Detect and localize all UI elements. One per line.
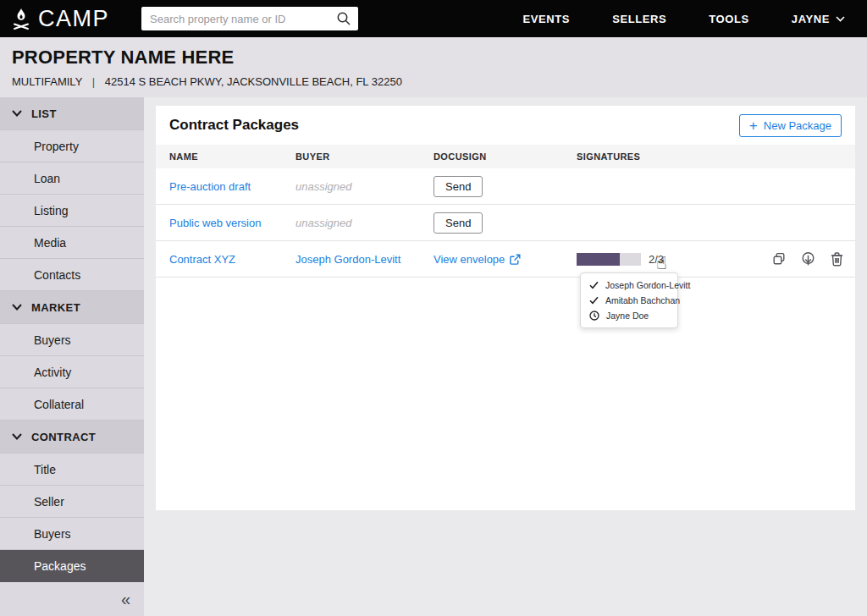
panel-header: Contract Packages + New Package	[156, 106, 855, 145]
sidebar-item-loan[interactable]: Loan	[0, 162, 144, 195]
signer-name: Joseph Gordon-Levitt	[605, 280, 690, 290]
copy-icon[interactable]	[771, 251, 787, 267]
contract-packages-panel: Contract Packages + New Package NAME BUY…	[156, 106, 855, 510]
sidebar-section-list[interactable]: LIST	[0, 97, 144, 130]
section-label: LIST	[31, 107, 57, 120]
external-link-icon	[510, 254, 521, 265]
sidebar-footer: «	[0, 582, 144, 616]
signer-row: Jayne Doe	[581, 308, 677, 323]
search-input[interactable]	[150, 13, 336, 25]
collapse-sidebar-icon[interactable]: «	[121, 591, 130, 608]
property-title: PROPERTY NAME HERE	[12, 47, 855, 69]
check-icon	[589, 296, 599, 305]
clock-icon	[589, 311, 599, 321]
chevron-down-icon	[12, 433, 22, 440]
pointer-cursor-icon: ☝	[656, 255, 667, 272]
column-header-signatures: SIGNATURES	[577, 151, 745, 162]
buyer-unassigned: unassigned	[295, 180, 352, 193]
nav-sellers[interactable]: SELLERS	[612, 13, 666, 25]
column-header-name: NAME	[156, 151, 295, 162]
sidebar: LIST Property Loan Listing Media Contact…	[0, 97, 144, 616]
sidebar-item-media[interactable]: Media	[0, 227, 144, 259]
property-subtitle: MULTIFAMILY | 42514 S BEACH PKWY, JACKSO…	[12, 75, 855, 88]
search-box	[141, 7, 358, 30]
signers-popover: Joseph Gordon-Levitt Amitabh Bachchan	[580, 272, 678, 328]
logo[interactable]: CAMP	[12, 6, 109, 32]
property-address: 42514 S BEACH PKWY, JACKSONVILLE BEACH, …	[105, 75, 402, 88]
signer-row: Amitabh Bachchan	[581, 293, 677, 308]
package-link[interactable]: Public web version	[169, 217, 261, 229]
signer-name: Jayne Doe	[606, 311, 649, 321]
table-row: Public web version unassigned Send	[156, 205, 855, 241]
sidebar-item-buyers-contract[interactable]: Buyers	[0, 518, 144, 550]
campfire-icon	[12, 8, 30, 30]
table-row: Contract XYZ Joseph Gordon-Levitt View e…	[156, 241, 855, 278]
signature-progress-fill	[577, 253, 620, 266]
page-title: Contract Packages	[169, 117, 299, 134]
user-menu-label: JAYNE	[792, 13, 830, 25]
section-label: CONTRACT	[31, 431, 96, 443]
search-icon[interactable]	[336, 11, 351, 26]
sidebar-item-seller[interactable]: Seller	[0, 486, 144, 518]
property-header: PROPERTY NAME HERE MULTIFAMILY | 42514 S…	[0, 37, 867, 97]
plus-icon: +	[749, 118, 758, 133]
sidebar-section-market[interactable]: MARKET	[0, 291, 144, 324]
main-content: Contract Packages + New Package NAME BUY…	[144, 97, 867, 616]
user-menu[interactable]: JAYNE	[792, 13, 845, 25]
sidebar-item-collateral[interactable]: Collateral	[0, 388, 144, 421]
package-link[interactable]: Contract XYZ	[169, 253, 235, 266]
buyer-unassigned: unassigned	[295, 217, 352, 229]
sidebar-item-contacts[interactable]: Contacts	[0, 259, 144, 291]
check-icon	[589, 281, 599, 289]
topbar: CAMP EVENTS SELLERS TOOLS JAYNE	[0, 0, 867, 37]
signer-row: Joseph Gordon-Levitt	[581, 278, 677, 293]
send-button[interactable]: Send	[434, 212, 483, 234]
package-link[interactable]: Pre-auction draft	[169, 180, 251, 193]
section-label: MARKET	[31, 301, 80, 314]
sidebar-section-contract[interactable]: CONTRACT	[0, 421, 144, 454]
sidebar-item-property[interactable]: Property	[0, 130, 144, 162]
signature-progress-bar[interactable]	[577, 253, 641, 266]
sidebar-item-title[interactable]: Title	[0, 454, 144, 486]
nav-tools[interactable]: TOOLS	[709, 13, 749, 25]
property-type: MULTIFAMILY	[12, 75, 82, 88]
buyer-link[interactable]: Joseph Gordon-Levitt	[295, 253, 400, 266]
column-header-buyer: BUYER	[295, 151, 434, 162]
new-package-label: New Package	[764, 119, 831, 132]
chevron-down-icon	[12, 110, 22, 117]
send-button[interactable]: Send	[434, 176, 483, 197]
nav-events[interactable]: EVENTS	[523, 13, 571, 25]
sidebar-item-listing[interactable]: Listing	[0, 195, 144, 227]
actions-cell	[745, 251, 855, 267]
chevron-down-icon	[836, 16, 845, 22]
view-envelope-label: View envelope	[434, 253, 505, 266]
sidebar-item-packages[interactable]: Packages	[0, 550, 144, 582]
signer-name: Amitabh Bachchan	[605, 295, 680, 305]
download-icon[interactable]	[800, 251, 816, 267]
subtitle-separator: |	[92, 75, 95, 88]
top-navigation: EVENTS SELLERS TOOLS JAYNE	[523, 13, 845, 25]
table-header-row: NAME BUYER DOCUSIGN SIGNATURES	[156, 145, 855, 168]
logo-text: CAMP	[38, 6, 109, 32]
new-package-button[interactable]: + New Package	[739, 114, 842, 137]
sidebar-item-activity[interactable]: Activity	[0, 356, 144, 388]
sidebar-item-buyers-market[interactable]: Buyers	[0, 324, 144, 356]
chevron-down-icon	[12, 304, 22, 311]
view-envelope-link[interactable]: View envelope	[434, 253, 577, 266]
column-header-docusign: DOCUSIGN	[434, 151, 577, 162]
table-row: Pre-auction draft unassigned Send	[156, 168, 855, 205]
trash-icon[interactable]	[830, 251, 844, 267]
